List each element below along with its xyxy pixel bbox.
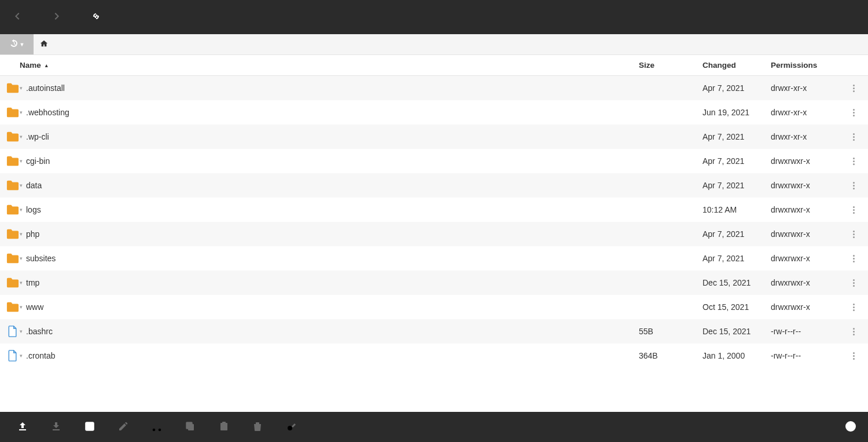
item-name[interactable]: .webhosting (26, 108, 69, 117)
back-button[interactable] (5, 0, 30, 34)
kebab-icon (853, 182, 855, 189)
row-menu-caret[interactable]: ▾ (20, 182, 23, 188)
item-permissions: drwxrwxr-x (771, 254, 845, 263)
chevron-right-icon (52, 12, 61, 23)
row-actions-button[interactable] (845, 304, 862, 311)
row-actions-button[interactable] (845, 85, 862, 92)
delete-button[interactable] (241, 412, 274, 442)
column-header-size[interactable]: Size (639, 61, 703, 70)
column-header-changed[interactable]: Changed (703, 61, 771, 70)
edit-button[interactable] (106, 412, 140, 442)
table-row[interactable]: ▾ www Oct 15, 2021 drwxrwxr-x (0, 295, 868, 319)
item-name[interactable]: .bashrc (26, 327, 53, 336)
rename-button[interactable] (274, 412, 308, 442)
item-name[interactable]: www (26, 302, 43, 312)
svg-point-7 (288, 426, 292, 430)
item-permissions: drwxr-xr-x (771, 83, 845, 93)
row-actions-button[interactable] (845, 109, 862, 116)
table-row[interactable]: ▾ logs 10:12 AM drwxrwxr-x (0, 198, 868, 222)
folder-icon (6, 253, 20, 264)
table-row[interactable]: ▾ .bashrc 55B Dec 15, 2021 -rw-r--r-- (0, 319, 868, 344)
item-name[interactable]: cgi-bin (26, 156, 50, 166)
row-menu-caret[interactable]: ▾ (20, 85, 23, 91)
svg-rect-4 (186, 422, 192, 429)
refresh-button[interactable] (83, 0, 109, 34)
home-icon (40, 39, 48, 49)
item-changed: Dec 15, 2021 (703, 278, 771, 287)
row-menu-caret[interactable]: ▾ (20, 353, 23, 359)
table-row[interactable]: ▾ data Apr 7, 2021 drwxrwxr-x (0, 173, 868, 198)
table-header: Name ▴ Size Changed Permissions (0, 55, 868, 76)
folder-icon (6, 131, 20, 143)
new-icon (84, 421, 95, 433)
item-permissions: -rw-r--r-- (771, 327, 845, 336)
edit-icon (118, 421, 128, 433)
row-menu-caret[interactable]: ▾ (20, 158, 23, 164)
table-row[interactable]: ▾ subsites Apr 7, 2021 drwxrwxr-x (0, 246, 868, 271)
caret-down-icon: ▼ (20, 42, 25, 48)
item-name[interactable]: tmp (26, 278, 39, 287)
row-menu-caret[interactable]: ▾ (20, 134, 23, 140)
row-menu-caret[interactable]: ▾ (20, 231, 23, 237)
row-actions-button[interactable] (845, 133, 862, 141)
cut-icon (152, 421, 162, 433)
row-actions-button[interactable] (845, 352, 862, 360)
row-actions-button[interactable] (845, 231, 862, 238)
folder-icon (6, 107, 20, 118)
upload-button[interactable] (6, 412, 39, 442)
item-name[interactable]: logs (26, 205, 41, 214)
new-button[interactable] (73, 412, 106, 442)
column-permissions-label: Permissions (771, 61, 817, 70)
row-menu-caret[interactable]: ▾ (20, 304, 23, 310)
info-icon (845, 421, 856, 433)
download-icon (51, 421, 61, 433)
chevron-left-icon (13, 12, 22, 23)
copy-button[interactable] (174, 412, 207, 442)
item-permissions: drwxrwxr-x (771, 156, 845, 166)
kebab-icon (853, 352, 855, 360)
history-button[interactable]: ▼ (0, 34, 34, 54)
download-button[interactable] (39, 412, 73, 442)
item-name[interactable]: subsites (26, 254, 56, 263)
forward-button[interactable] (44, 0, 69, 34)
item-name[interactable]: .crontab (26, 351, 56, 360)
row-actions-button[interactable] (845, 328, 862, 335)
file-icon (6, 350, 20, 361)
item-changed: Apr 7, 2021 (703, 132, 771, 141)
row-actions-button[interactable] (845, 206, 862, 214)
table-row[interactable]: ▾ .autoinstall Apr 7, 2021 drwxr-xr-x (0, 76, 868, 100)
table-row[interactable]: ▾ .wp-cli Apr 7, 2021 drwxr-xr-x (0, 125, 868, 149)
row-menu-caret[interactable]: ▾ (20, 109, 23, 115)
table-row[interactable]: ▾ php Apr 7, 2021 drwxrwxr-x (0, 222, 868, 246)
item-name[interactable]: .autoinstall (26, 83, 65, 93)
row-menu-caret[interactable]: ▾ (20, 328, 23, 334)
item-name[interactable]: data (26, 181, 42, 190)
info-button[interactable] (839, 421, 862, 433)
row-actions-button[interactable] (845, 158, 862, 165)
item-size: 364B (639, 351, 703, 360)
item-permissions: drwxrwxr-x (771, 181, 845, 190)
svg-point-2 (159, 428, 161, 431)
row-menu-caret[interactable]: ▾ (20, 255, 23, 261)
item-name[interactable]: .wp-cli (26, 132, 49, 141)
table-row[interactable]: ▾ cgi-bin Apr 7, 2021 drwxrwxr-x (0, 149, 868, 173)
row-actions-button[interactable] (845, 182, 862, 189)
svg-rect-6 (222, 422, 226, 423)
table-row[interactable]: ▾ tmp Dec 15, 2021 drwxrwxr-x (0, 271, 868, 295)
table-row[interactable]: ▾ .webhosting Jun 19, 2021 drwxr-xr-x (0, 100, 868, 125)
row-actions-button[interactable] (845, 279, 862, 287)
paste-button[interactable] (207, 412, 241, 442)
item-permissions: drwxr-xr-x (771, 108, 845, 117)
row-actions-button[interactable] (845, 255, 862, 262)
home-breadcrumb[interactable] (34, 34, 54, 54)
column-header-permissions[interactable]: Permissions (771, 61, 845, 70)
item-name[interactable]: php (26, 229, 39, 239)
column-size-label: Size (639, 61, 654, 70)
cut-button[interactable] (140, 412, 174, 442)
column-header-name[interactable]: Name ▴ (6, 61, 639, 70)
row-menu-caret[interactable]: ▾ (20, 207, 23, 213)
table-row[interactable]: ▾ .crontab 364B Jan 1, 2000 -rw-r--r-- (0, 344, 868, 368)
row-menu-caret[interactable]: ▾ (20, 280, 23, 286)
history-icon (9, 39, 19, 50)
item-size: 55B (639, 327, 703, 336)
